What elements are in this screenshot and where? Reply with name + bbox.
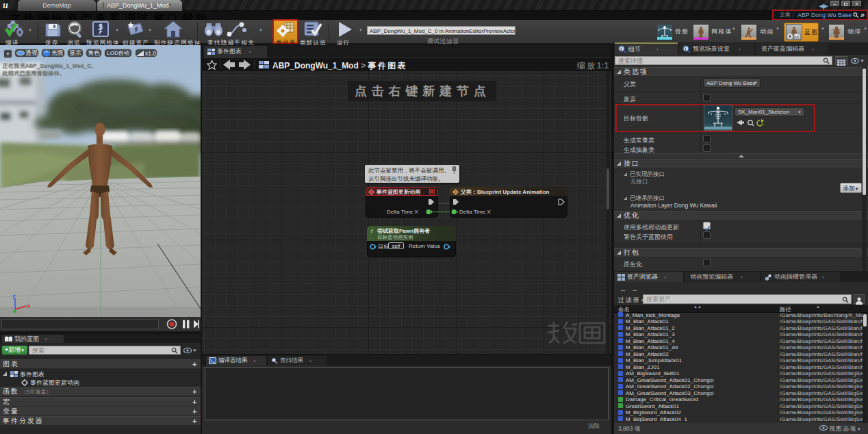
svg-text:i: i [620, 47, 622, 51]
svg-text:Z: Z [12, 294, 16, 300]
svg-text:X: X [27, 303, 31, 309]
svg-text:i: i [685, 46, 686, 51]
